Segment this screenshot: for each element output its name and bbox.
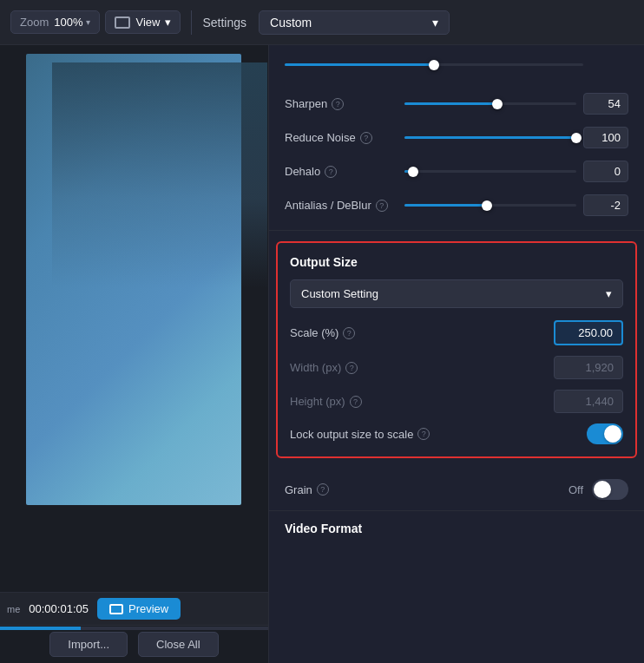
close-all-button[interactable]: Close All xyxy=(138,632,219,657)
timeline-bar: me 00:00:01:05 Preview xyxy=(0,592,268,625)
antialias-label-text: Antialias / DeBlur xyxy=(285,199,371,212)
timeline-me-label: me xyxy=(7,604,20,614)
toolbar-left: Zoom 100% ▾ View ▾ xyxy=(10,10,181,34)
height-help-icon[interactable]: ? xyxy=(350,396,362,408)
zoom-label: Zoom xyxy=(20,16,49,29)
view-icon xyxy=(115,16,130,29)
antialias-slider-container[interactable] xyxy=(398,204,583,207)
lock-toggle[interactable] xyxy=(587,423,623,444)
reduce-noise-help-icon[interactable]: ? xyxy=(360,132,372,144)
grain-label: Grain ? xyxy=(285,483,568,496)
view-label: View xyxy=(135,16,160,29)
antialias-help-icon[interactable]: ? xyxy=(376,200,388,212)
grain-section: Grain ? Off xyxy=(269,469,644,511)
reduce-noise-label: Reduce Noise ? xyxy=(285,131,398,144)
reduce-noise-value: 100 xyxy=(583,127,628,148)
dehalo-row: Dehalo ? 0 xyxy=(285,161,628,182)
sliders-section: Sharpen ? 54 Reduce Noise ? xyxy=(269,82,644,231)
antialias-value: -2 xyxy=(583,194,628,216)
import-button[interactable]: Import... xyxy=(49,632,128,657)
preview-area xyxy=(0,45,268,592)
dehalo-label-text: Dehalo xyxy=(285,165,320,178)
custom-setting-chevron-icon: ▾ xyxy=(606,287,612,300)
dehalo-label: Dehalo ? xyxy=(285,165,398,178)
sharpen-value: 54 xyxy=(583,93,628,115)
scale-value[interactable]: 250.00 xyxy=(554,320,623,345)
left-panel: me 00:00:01:05 Preview Import... Close A… xyxy=(0,45,269,663)
sharpen-thumb[interactable] xyxy=(492,99,503,109)
antialias-fill xyxy=(404,204,487,207)
dehalo-slider-container[interactable] xyxy=(398,170,583,173)
timecode: 00:00:01:05 xyxy=(29,602,89,615)
height-label: Height (px) ? xyxy=(290,395,554,408)
scale-label: Scale (%) ? xyxy=(290,326,554,339)
dehalo-track xyxy=(404,170,576,173)
grain-toggle-knob xyxy=(594,481,611,498)
dehalo-thumb[interactable] xyxy=(408,167,418,177)
sharpen-slider-track-container[interactable] xyxy=(398,102,583,105)
lock-toggle-knob xyxy=(604,425,621,443)
reduce-noise-thumb[interactable] xyxy=(571,133,582,143)
zoom-dropdown[interactable]: Zoom 100% ▾ xyxy=(10,10,100,34)
grain-label-text: Grain xyxy=(285,483,312,496)
custom-setting-value: Custom Setting xyxy=(301,287,378,300)
preview-button[interactable]: Preview xyxy=(97,598,181,620)
dehalo-help-icon[interactable]: ? xyxy=(325,166,337,178)
settings-preset-dropdown[interactable]: Custom ▾ xyxy=(259,10,450,35)
scale-help-icon[interactable]: ? xyxy=(343,327,355,339)
timeline-fill xyxy=(0,627,81,630)
dehalo-value: 0 xyxy=(583,161,628,182)
right-panel: — Sharpen ? 54 R xyxy=(269,45,644,663)
antialias-thumb[interactable] xyxy=(482,200,492,211)
width-value: 1,920 xyxy=(554,356,623,379)
video-format-section: Video Format xyxy=(269,511,644,546)
lock-output-row: Lock output size to scale ? xyxy=(290,423,623,444)
top-partial-row: — xyxy=(269,45,644,75)
output-size-title: Output Size xyxy=(290,255,623,269)
lock-help-icon[interactable]: ? xyxy=(417,428,430,440)
width-label-text: Width (px) xyxy=(290,361,341,374)
sharpen-track xyxy=(404,102,576,105)
reduce-noise-slider-container[interactable] xyxy=(398,136,583,139)
width-help-icon[interactable]: ? xyxy=(345,362,358,374)
scale-label-text: Scale (%) xyxy=(290,326,338,339)
antialias-track xyxy=(404,204,576,207)
reduce-noise-fill xyxy=(404,136,576,139)
view-dropdown[interactable]: View ▾ xyxy=(105,10,181,34)
height-row: Height (px) ? 1,440 xyxy=(290,390,623,413)
zoom-chevron-icon: ▾ xyxy=(86,17,90,27)
custom-setting-dropdown[interactable]: Custom Setting ▾ xyxy=(290,279,623,308)
grain-toggle[interactable] xyxy=(592,479,628,500)
lock-label: Lock output size to scale ? xyxy=(290,428,587,441)
sharpen-fill xyxy=(404,102,497,105)
lock-label-text: Lock output size to scale xyxy=(290,428,413,441)
antialias-label: Antialias / DeBlur ? xyxy=(285,199,398,212)
width-label: Width (px) ? xyxy=(290,361,554,374)
view-chevron-icon: ▾ xyxy=(165,16,171,29)
reduce-noise-track xyxy=(404,136,576,139)
grain-right: Off xyxy=(568,479,628,500)
height-label-text: Height (px) xyxy=(290,395,345,408)
sharpen-help-icon[interactable]: ? xyxy=(332,98,344,110)
width-row: Width (px) ? 1,920 xyxy=(290,356,623,379)
toolbar-separator xyxy=(191,10,192,35)
bottom-buttons: Import... Close All xyxy=(0,625,268,663)
output-size-section: Output Size Custom Setting ▾ Scale (%) ?… xyxy=(276,241,637,458)
zoom-value: 100% xyxy=(54,16,82,29)
main-layout: me 00:00:01:05 Preview Import... Close A… xyxy=(0,45,644,663)
sharpen-row: Sharpen ? 54 xyxy=(285,93,628,115)
preview-overlay xyxy=(52,62,267,288)
preview-monitor-icon xyxy=(109,604,123,614)
reduce-noise-row: Reduce Noise ? 100 xyxy=(285,127,628,148)
settings-label: Settings xyxy=(202,16,246,30)
partial-thumb xyxy=(429,60,439,70)
timeline-scrubber[interactable] xyxy=(0,627,268,630)
grain-help-icon[interactable]: ? xyxy=(317,483,329,496)
reduce-noise-label-text: Reduce Noise xyxy=(285,131,356,144)
video-format-title: Video Format xyxy=(285,522,628,535)
toolbar: Zoom 100% ▾ View ▾ Settings Custom ▾ xyxy=(0,0,644,45)
partial-track xyxy=(285,63,583,66)
preview-label: Preview xyxy=(128,602,168,615)
antialias-row: Antialias / DeBlur ? -2 xyxy=(285,194,628,216)
settings-preset-value: Custom xyxy=(270,16,312,30)
